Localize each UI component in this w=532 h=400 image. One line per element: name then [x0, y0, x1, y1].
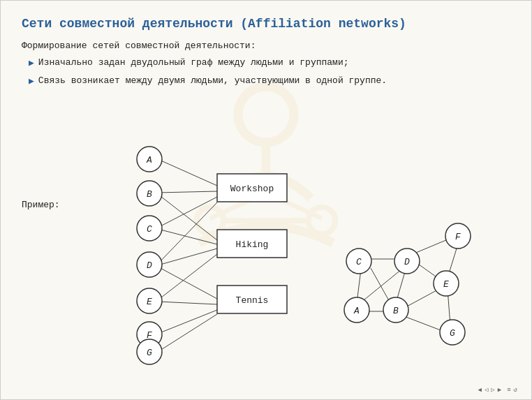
- result-d-label: D: [404, 257, 410, 267]
- subtitle: Формирование сетей совместной деятельнос…: [22, 40, 510, 51]
- svg-line-25: [413, 238, 451, 254]
- result-c-label: C: [356, 257, 362, 267]
- slide: Сети совместной деятельности (Affiliatio…: [0, 0, 532, 400]
- tennis-label: Tennis: [236, 295, 269, 306]
- result-a-label: A: [353, 306, 360, 316]
- bullet-list: ▶ Изначально задан двудольный граф между…: [29, 57, 510, 87]
- result-g-label: G: [450, 328, 455, 339]
- nav-right-icon[interactable]: ▷: [491, 386, 494, 394]
- footer: ◀ ◁ ▷ ▶ ≡ ↺: [478, 386, 517, 394]
- back-icon[interactable]: ↺: [514, 386, 517, 394]
- nav-left-left-icon[interactable]: ◀: [478, 386, 481, 394]
- svg-line-18: [158, 314, 217, 352]
- nav-right-right-icon[interactable]: ▶: [498, 386, 501, 394]
- svg-line-13: [158, 249, 217, 265]
- bullet-arrow-2: ▶: [29, 75, 34, 88]
- diagram-area: Пример:: [1, 130, 532, 367]
- svg-line-21: [371, 268, 390, 303]
- content-area: Сети совместной деятельности (Affiliatio…: [1, 1, 531, 99]
- svg-line-7: [158, 159, 217, 186]
- svg-line-27: [402, 316, 446, 332]
- bullet-text-2: Связь возникает между двумя людьми, учас…: [38, 75, 387, 87]
- bullet-item-1: ▶ Изначально задан двудольный граф между…: [29, 57, 510, 70]
- hiking-label: Hiking: [236, 239, 269, 250]
- person-a-label: A: [146, 155, 152, 165]
- svg-line-17: [158, 310, 217, 334]
- svg-line-14: [158, 267, 217, 299]
- bullet-arrow-1: ▶: [29, 57, 34, 70]
- bullet-text-1: Изначально задан двудольный граф между л…: [38, 57, 349, 69]
- person-g-label: G: [147, 348, 152, 358]
- slide-title: Сети совместной деятельности (Affiliatio…: [22, 16, 510, 32]
- result-b-label: B: [393, 306, 399, 316]
- person-b-label: B: [147, 189, 152, 200]
- nav-left-icon[interactable]: ◁: [485, 386, 488, 394]
- svg-line-8: [158, 191, 217, 193]
- result-e-label: E: [443, 279, 449, 290]
- bullet-item-2: ▶ Связь возникает между двумя людьми, уч…: [29, 75, 510, 88]
- menu-icon[interactable]: ≡: [507, 387, 510, 394]
- svg-line-16: [158, 302, 217, 304]
- workshop-label: Workshop: [230, 184, 274, 194]
- person-e-label: E: [147, 297, 152, 307]
- svg-line-26: [404, 289, 439, 308]
- person-c-label: C: [147, 224, 152, 235]
- svg-line-11: [158, 229, 217, 244]
- diagram-svg: Workshop Hiking Tennis A B C D E: [1, 130, 532, 367]
- person-d-label: D: [147, 260, 152, 271]
- svg-line-10: [158, 197, 217, 228]
- svg-line-15: [158, 254, 217, 300]
- result-f-label: F: [455, 232, 461, 242]
